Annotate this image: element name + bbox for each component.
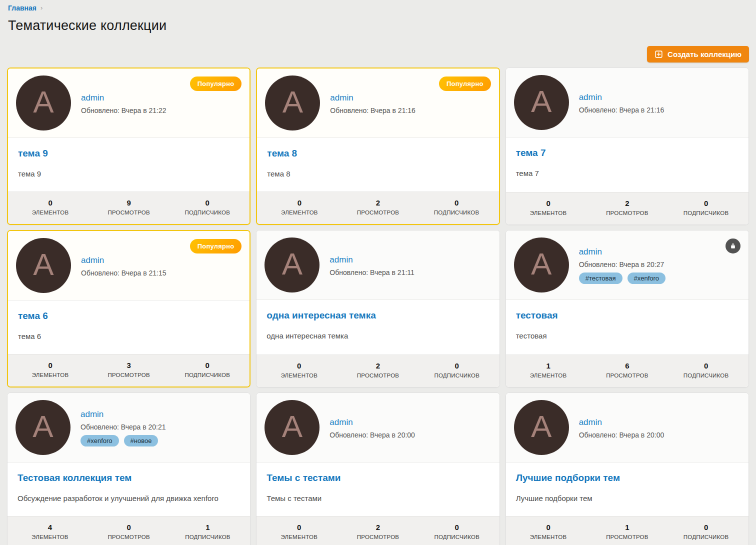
card-body: тема 8 тема 8 (257, 138, 498, 192)
card-body: Темы с тестами Темы с тестами (256, 462, 499, 516)
author-link[interactable]: admin (81, 256, 104, 266)
card-body: тема 7 тема 7 (506, 138, 748, 192)
popular-badge: Популярно (190, 76, 242, 91)
stat-views-label: ПРОСМОТРОВ (338, 534, 418, 540)
stat-subscribers-label: ПОДПИСЧИКОВ (418, 210, 496, 216)
tag-pill[interactable]: #тестовая (579, 272, 622, 284)
author-link[interactable]: admin (330, 255, 352, 265)
stat-subscribers-value: 0 (418, 523, 496, 532)
card-header: A admin Обновлено: Вчера в 21:16 Популяр… (257, 68, 498, 138)
updated-text: Обновлено: Вчера в 20:27 (579, 260, 666, 268)
card-stats: 4 ЭЛЕМЕНТОВ 0 ПРОСМОТРОВ 1 ПОДПИСЧИКОВ (8, 516, 250, 545)
avatar[interactable]: A (16, 76, 71, 130)
actions-row: Создать коллекцию (7, 46, 749, 62)
avatar[interactable]: A (264, 400, 320, 455)
stat-views-value: 2 (338, 523, 418, 532)
card-stats: 0 ЭЛЕМЕНТОВ 2 ПРОСМОТРОВ 0 ПОДПИСЧИКОВ (257, 192, 498, 224)
collection-card[interactable]: A admin Обновлено: Вчера в 21:22 Популяр… (7, 68, 250, 225)
collection-card[interactable]: A admin Обновлено: Вчера в 21:15 Популяр… (7, 230, 250, 388)
stat-views-label: ПРОСМОТРОВ (90, 210, 168, 216)
author-link[interactable]: admin (579, 418, 602, 428)
stat-subscribers: 0 ПОДПИСЧИКОВ (666, 199, 746, 216)
card-header: A admin Обновлено: Вчера в 21:15 Популяр… (8, 231, 250, 300)
updated-text: Обновлено: Вчера в 21:11 (330, 268, 414, 276)
collection-card[interactable]: A admin Обновлено: Вчера в 21:16 Популяр… (256, 68, 500, 225)
stat-views: 2 ПРОСМОТРОВ (338, 523, 418, 540)
stat-views: 6 ПРОСМОТРОВ (588, 362, 666, 378)
updated-text: Обновлено: Вчера в 21:16 (579, 106, 664, 114)
stat-subscribers: 0 ПОДПИСЧИКОВ (666, 523, 746, 540)
card-body: Лучшие подборки тем Лучшие подборки тем (506, 462, 748, 516)
stat-elements: 1 ЭЛЕМЕНТОВ (509, 362, 588, 378)
collection-card[interactable]: A admin Обновлено: Вчера в 20:27 #тестов… (506, 230, 749, 388)
avatar-letter: A (531, 411, 552, 442)
collection-card[interactable]: A admin Обновлено: Вчера в 20:00 Лучшие … (506, 392, 749, 545)
collection-title-link[interactable]: Тестовая коллекция тем (18, 472, 132, 484)
avatar[interactable]: A (16, 400, 70, 455)
collection-title-link[interactable]: тема 7 (516, 148, 546, 159)
collection-title-link[interactable]: Лучшие подборки тем (516, 472, 620, 484)
avatar-letter: A (531, 86, 552, 117)
avatar[interactable]: A (264, 238, 320, 292)
stat-views-value: 2 (338, 362, 418, 370)
collection-card[interactable]: A admin Обновлено: Вчера в 21:16 тема 7 … (506, 68, 749, 225)
author-link[interactable]: admin (579, 92, 602, 102)
stat-elements-value: 1 (509, 362, 588, 370)
author-link[interactable]: admin (330, 93, 353, 103)
collection-card[interactable]: A admin Обновлено: Вчера в 21:11 одна ин… (256, 230, 500, 388)
stat-subscribers: 0 ПОДПИСЧИКОВ (168, 361, 246, 378)
avatar[interactable]: A (514, 75, 569, 130)
stat-elements: 0 ЭЛЕМЕНТОВ (11, 198, 90, 216)
create-collection-button[interactable]: Создать коллекцию (647, 46, 749, 62)
stat-subscribers-value: 0 (666, 362, 746, 370)
stat-views: 2 ПРОСМОТРОВ (588, 199, 666, 216)
avatar[interactable]: A (16, 238, 71, 293)
avatar-letter: A (282, 411, 302, 442)
card-stats: 0 ЭЛЕМЕНТОВ 1 ПРОСМОТРОВ 0 ПОДПИСЧИКОВ (506, 516, 748, 545)
updated-text: Обновлено: Вчера в 20:00 (330, 431, 415, 439)
avatar[interactable]: A (514, 400, 569, 455)
author-link[interactable]: admin (330, 418, 352, 428)
collection-card[interactable]: A admin Обновлено: Вчера в 20:21 #xenfor… (7, 392, 250, 545)
tag-pill[interactable]: #xenforo (80, 435, 119, 446)
avatar[interactable]: A (265, 76, 320, 130)
author-link[interactable]: admin (80, 410, 104, 420)
collection-title-link[interactable]: тема 9 (18, 148, 48, 160)
collection-title-link[interactable]: Темы с тестами (266, 472, 340, 484)
card-header: A admin Обновлено: Вчера в 20:21 #xenfor… (8, 393, 250, 462)
stat-elements-label: ЭЛЕМЕНТОВ (260, 534, 338, 540)
stat-elements-label: ЭЛЕМЕНТОВ (509, 210, 588, 216)
stat-elements: 0 ЭЛЕМЕНТОВ (260, 198, 338, 216)
breadcrumb-home-link[interactable]: Главная (8, 4, 36, 12)
stat-elements-label: ЭЛЕМЕНТОВ (509, 372, 588, 378)
collection-title-link[interactable]: тема 6 (18, 310, 48, 322)
stat-subscribers-value: 0 (168, 361, 246, 370)
collection-title-link[interactable]: одна интересная темка (266, 310, 376, 322)
tag-pill[interactable]: #xenforo (628, 272, 666, 284)
avatar-letter: A (33, 249, 54, 280)
collection-title-link[interactable]: тестовая (516, 310, 558, 322)
card-stats: 1 ЭЛЕМЕНТОВ 6 ПРОСМОТРОВ 0 ПОДПИСЧИКОВ (506, 354, 748, 387)
avatar[interactable]: A (514, 238, 569, 292)
stat-subscribers: 0 ПОДПИСЧИКОВ (418, 362, 496, 378)
collection-description: Обсуждение разработок и улучшений для дв… (18, 492, 240, 504)
stat-views-value: 6 (588, 362, 666, 370)
avatar-letter: A (531, 248, 552, 280)
chevron-right-icon: › (40, 4, 42, 11)
tags: #xenforo#новое (80, 435, 166, 446)
author-link[interactable]: admin (579, 247, 602, 257)
card-meta: admin Обновлено: Вчера в 21:16 (330, 92, 416, 114)
collection-title-link[interactable]: тема 8 (267, 148, 297, 160)
stat-elements: 0 ЭЛЕМЕНТОВ (509, 199, 588, 216)
create-collection-label: Создать коллекцию (668, 50, 742, 58)
tag-pill[interactable]: #новое (124, 435, 158, 446)
stat-elements-label: ЭЛЕМЕНТОВ (11, 210, 90, 216)
updated-text: Обновлено: Вчера в 21:22 (81, 106, 166, 114)
card-meta: admin Обновлено: Вчера в 21:15 (81, 254, 166, 277)
collection-card[interactable]: A admin Обновлено: Вчера в 20:00 Темы с … (256, 392, 500, 545)
popular-badge: Популярно (190, 239, 242, 254)
stat-elements-value: 0 (11, 361, 90, 370)
breadcrumb: Главная › (7, 4, 749, 12)
author-link[interactable]: admin (81, 93, 104, 103)
stat-subscribers-value: 1 (168, 523, 248, 532)
